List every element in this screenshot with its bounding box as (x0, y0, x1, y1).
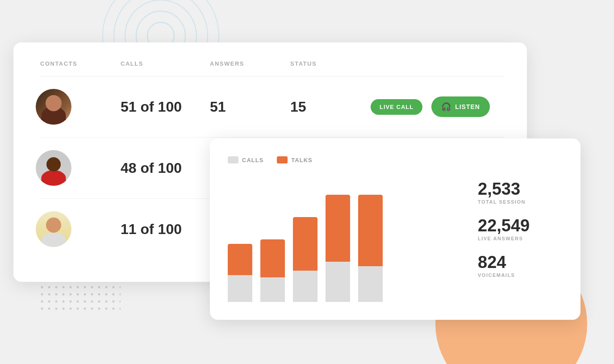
bar-gray (358, 266, 383, 302)
bar-group (293, 217, 317, 302)
contacts-value: 48 of 100 (121, 160, 210, 176)
listen-button[interactable]: 🎧 LISTEN (431, 96, 490, 117)
listen-label: LISTEN (455, 103, 480, 110)
bar-gray (228, 275, 252, 302)
bar-gray (326, 262, 350, 302)
chart-legend: CALLS TALKS (228, 156, 464, 163)
bar-orange (358, 195, 383, 266)
stat-value: 22,549 (478, 217, 563, 234)
bar-group (326, 195, 350, 302)
row-actions: LIVE CALL 🎧 LISTEN (371, 96, 505, 117)
calls-value: 51 (210, 99, 290, 115)
stat-label: LIVE ANSWERS (478, 236, 563, 241)
table-header: CONTACTS CALLS ANSWERS STATUS (40, 60, 505, 76)
contacts-value: 51 of 100 (121, 99, 210, 115)
chart-section: CALLS TALKS (228, 156, 464, 302)
stat-block: 2,533 TOTAL SESSION (478, 180, 563, 205)
bar-gray (260, 277, 285, 302)
col-header-status: STATUS (290, 60, 371, 67)
bar-orange (260, 239, 285, 277)
live-call-badge: LIVE CALL (371, 99, 422, 115)
legend-calls: CALLS (228, 156, 263, 163)
contacts-value: 11 of 100 (121, 221, 210, 238)
legend-talks: TALKS (277, 156, 312, 163)
avatar (36, 89, 71, 125)
col-header-calls: CALLS (121, 60, 210, 67)
stat-label: TOTAL SESSION (478, 199, 563, 205)
chart-card: CALLS TALKS (210, 138, 581, 320)
calls-legend-label: CALLS (242, 157, 263, 163)
stat-value: 2,533 (478, 180, 563, 197)
col-header-contacts: CONTACTS (40, 60, 121, 67)
calls-swatch (228, 156, 238, 163)
bar-gray (293, 271, 317, 302)
bar-orange (293, 217, 317, 271)
avatar (36, 211, 71, 247)
talks-swatch (277, 156, 288, 163)
col-header-answers: ANSWERS (210, 60, 290, 67)
stat-value: 824 (478, 254, 563, 271)
bar-group (228, 244, 252, 302)
bar-group (358, 195, 383, 302)
bar-orange (326, 195, 350, 262)
stats-section: 2,533 TOTAL SESSION 22,549 LIVE ANSWERS … (464, 156, 563, 302)
stat-block: 22,549 LIVE ANSWERS (478, 217, 563, 241)
chart-bars (228, 177, 464, 302)
answers-value: 15 (290, 99, 371, 115)
stat-block: 824 VOICEMAILS (478, 254, 563, 278)
avatar (36, 150, 71, 186)
talks-legend-label: TALKS (291, 157, 312, 163)
bar-orange (228, 244, 252, 275)
table-row: 51 of 100 51 15 LIVE CALL 🎧 LISTEN (40, 76, 505, 138)
headphone-icon: 🎧 (441, 102, 451, 112)
bar-group (260, 239, 285, 302)
stat-label: VOICEMAILS (478, 272, 563, 278)
col-header-action (371, 60, 505, 67)
